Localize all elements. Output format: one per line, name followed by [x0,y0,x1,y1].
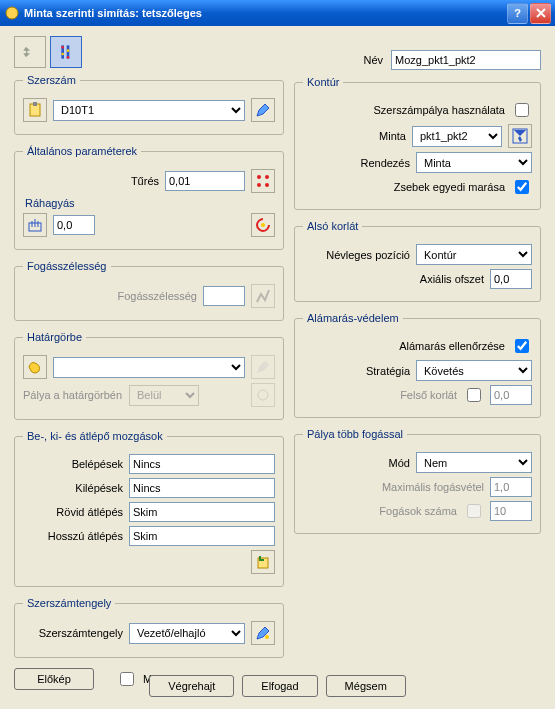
gouge-check-label: Alámarás ellenőrzése [399,340,505,352]
tolerance-input[interactable] [165,171,245,191]
cutwidth-label: Fogásszélesség [97,290,197,302]
svg-point-10 [265,175,269,179]
name-input[interactable] [391,50,541,70]
order-select[interactable]: Minta [416,152,532,173]
contour-use-checkbox[interactable] [515,103,529,117]
recycle-icon[interactable] [14,36,46,68]
accept-button[interactable]: Elfogad [242,675,317,697]
max-input [490,477,532,497]
moves-short-input[interactable] [129,502,275,522]
contour-legend: Kontúr [303,76,343,88]
svg-point-17 [265,635,269,639]
cutwidth-input [203,286,245,306]
contour-group: Kontúr Szerszámpálya használata Minta pk… [294,76,541,210]
count-input [490,501,532,521]
count-checkbox [467,504,481,518]
titlebar: Minta szerinti simítás: tetszőleges ? [0,0,555,26]
cutwidth-legend: Fogásszélesség [23,260,111,272]
tool-legend: Szerszám [23,74,80,86]
dna-icon[interactable] [50,36,82,68]
boundary-legend: Határgörbe [23,331,86,343]
boundary-group: Határgörbe Pálya a határgörbén Belül [14,331,284,420]
close-button[interactable] [530,3,551,24]
general-legend: Általános paraméterek [23,145,141,157]
boundary-extra-icon [251,383,275,407]
boundary-select[interactable] [53,357,245,378]
upper-input [490,385,532,405]
pattern-label: Minta [326,130,406,142]
order-label: Rendezés [330,157,410,169]
multipass-legend: Pálya több fogással [303,428,407,440]
execute-button[interactable]: Végrehajt [149,675,234,697]
axis-edit-icon[interactable] [251,621,275,645]
svg-point-15 [258,390,268,400]
axis-group: Szerszámtengely Szerszámtengely Vezető/e… [14,597,284,658]
allowance-label: Ráhagyás [25,197,275,209]
boundary-icon[interactable] [23,355,47,379]
svg-point-4 [67,49,70,52]
svg-point-3 [61,46,64,49]
tool-select[interactable]: D10T1 [53,100,245,121]
svg-point-5 [61,53,64,56]
strategy-select[interactable]: Követés [416,360,532,381]
axis-label: Szerszámtengely [23,627,123,639]
mode-select[interactable]: Nem [416,452,532,473]
lower-legend: Alsó korlát [303,220,362,232]
strategy-label: Stratégia [330,365,410,377]
cutwidth-icon [251,284,275,308]
allowance-icon[interactable] [23,213,47,237]
general-group: Általános paraméterek Tűrés Ráhagyás [14,145,284,250]
gouge-legend: Alámarás-védelem [303,312,403,324]
moves-long-input[interactable] [129,526,275,546]
allowance-input[interactable] [53,215,95,235]
app-icon [4,5,20,21]
lower-group: Alsó korlát Névleges pozíció Kontúr Axiá… [294,220,541,302]
boundary-path-label: Pálya a határgörbén [23,389,123,401]
help-button[interactable]: ? [507,3,528,24]
gouge-check-checkbox[interactable] [515,339,529,353]
count-label: Fogások száma [377,505,457,517]
pattern-select[interactable]: pkt1_pkt2 [412,126,502,147]
cutwidth-group: Fogásszélesség Fogásszélesség [14,260,284,321]
pocket-label: Zsebek egyedi marása [394,181,505,193]
name-label: Név [303,54,383,66]
svg-point-6 [67,56,70,59]
pocket-checkbox[interactable] [515,180,529,194]
svg-point-11 [257,183,261,187]
mode-label: Mód [330,457,410,469]
axial-input[interactable] [490,269,532,289]
moves-group: Be-, ki- és átlépő mozgások Belépések Ki… [14,430,284,587]
svg-point-0 [6,7,18,19]
moves-legend: Be-, ki- és átlépő mozgások [23,430,167,442]
max-label: Maximális fogásvétel [382,481,484,493]
boundary-edit-icon [251,355,275,379]
moves-short-label: Rövid átlépés [23,506,123,518]
nominal-select[interactable]: Kontúr [416,244,532,265]
upper-label: Felső korlát [377,389,457,401]
svg-point-12 [265,183,269,187]
moves-icon[interactable] [251,550,275,574]
tool-edit-icon[interactable] [251,98,275,122]
tolerance-label: Tűrés [59,175,159,187]
multipass-group: Pálya több fogással Mód Nem Maximális fo… [294,428,541,534]
gouge-group: Alámarás-védelem Alámarás ellenőrzése St… [294,312,541,418]
svg-rect-8 [33,102,37,106]
svg-point-9 [257,175,261,179]
svg-point-14 [261,223,265,227]
tolerance-icon[interactable] [251,169,275,193]
pattern-pick-icon[interactable] [508,124,532,148]
moves-out-input[interactable] [129,478,275,498]
axial-label: Axiális ofszet [404,273,484,285]
upper-checkbox[interactable] [467,388,481,402]
moves-in-input[interactable] [129,454,275,474]
moves-long-label: Hosszú átlépés [23,530,123,542]
tool-icon[interactable] [23,98,47,122]
moves-out-label: Kilépések [23,482,123,494]
cancel-button[interactable]: Mégsem [326,675,406,697]
allowance-extra-icon[interactable] [251,213,275,237]
contour-use-label: Szerszámpálya használata [374,104,505,116]
axis-legend: Szerszámtengely [23,597,115,609]
boundary-path-select: Belül [129,385,199,406]
axis-select[interactable]: Vezető/elhajló [129,623,245,644]
tool-group: Szerszám D10T1 [14,74,284,135]
